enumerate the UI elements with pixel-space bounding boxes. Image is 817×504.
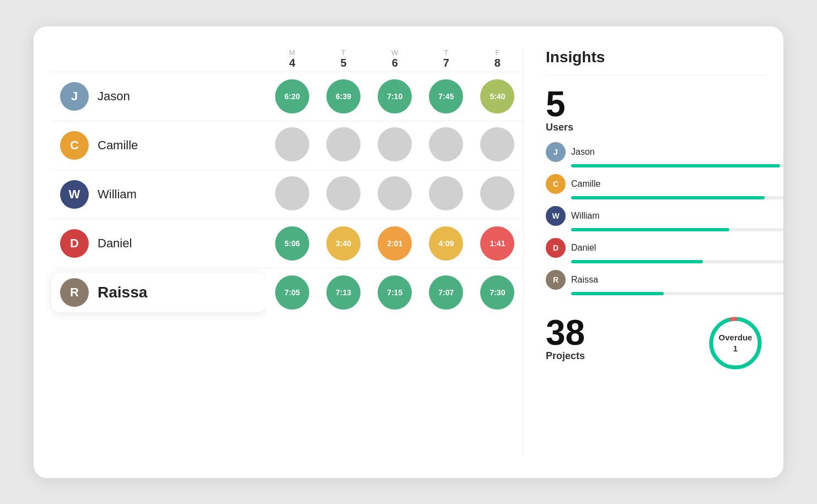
user-row-jason: JJason6:206:397:107:455:40 — [51, 72, 523, 121]
bar-header-william: WWilliam — [546, 206, 766, 226]
projects-row: 38 Projects Overdue 1 — [546, 313, 766, 373]
time-cell-jason-3: 7:45 — [421, 72, 472, 121]
time-cell-raissa-1: 7:13 — [318, 268, 369, 317]
bar-name-camille: Camille — [571, 179, 600, 189]
user-name-william: William — [98, 187, 137, 202]
time-cell-william-1 — [318, 170, 369, 219]
time-bubble-daniel-0: 5:06 — [275, 226, 309, 261]
time-bubble-william-3 — [429, 176, 463, 210]
schedule-table: M4T5W6T7F8 JJason6:206:397:107:455:40CCa… — [51, 48, 523, 317]
avatar-raissa: R — [60, 278, 89, 307]
time-bubble-jason-4: 5:40 — [480, 79, 514, 113]
bar-name-daniel: Daniel — [571, 243, 596, 253]
bar-track-daniel — [571, 260, 783, 263]
time-cell-daniel-0: 5:06 — [266, 219, 318, 268]
time-bubble-daniel-3: 4:09 — [429, 226, 463, 261]
time-cell-daniel-3: 4:09 — [421, 219, 472, 268]
user-cell-camille[interactable]: CCamille — [51, 121, 266, 170]
time-cell-jason-0: 6:20 — [266, 72, 318, 121]
day-header-7: T7 — [421, 48, 472, 72]
avatar-william: W — [60, 180, 89, 209]
time-cell-jason-4: 5:40 — [472, 72, 523, 121]
bar-fill-william — [571, 228, 729, 231]
bar-fill-raissa — [571, 292, 664, 295]
time-cell-daniel-1: 3:40 — [318, 219, 369, 268]
user-row-camille: CCamille — [51, 121, 523, 170]
avatar-camille: C — [60, 131, 89, 160]
time-cell-raissa-0: 7:05 — [266, 268, 318, 317]
time-cell-jason-2: 7:10 — [369, 72, 421, 121]
time-bubble-camille-0 — [275, 127, 309, 161]
small-avatar-raissa: R — [546, 270, 566, 290]
bar-header-daniel: DDaniel — [546, 238, 766, 258]
time-bubble-jason-3: 7:45 — [429, 79, 463, 113]
user-row-raissa: RRaissa7:057:137:157:077:30 — [51, 268, 523, 317]
time-cell-raissa-3: 7:07 — [421, 268, 472, 317]
donut-overdue-num: 1 — [733, 344, 738, 353]
small-avatar-camille: C — [546, 174, 566, 194]
bar-track-camille — [571, 196, 783, 199]
day-header-6: W6 — [369, 48, 421, 72]
small-avatar-jason: J — [546, 142, 566, 162]
time-cell-daniel-4: 1:41 — [472, 219, 523, 268]
time-cell-jason-1: 6:39 — [318, 72, 369, 121]
bar-item-daniel: DDaniel — [546, 238, 766, 263]
bar-name-raissa: Raissa — [571, 275, 598, 285]
time-cell-camille-2 — [369, 121, 421, 170]
time-bubble-daniel-2: 2:01 — [378, 226, 412, 261]
bar-item-raissa: RRaissa — [546, 270, 766, 295]
avatar-jason: J — [60, 82, 89, 111]
user-row-william: WWilliam — [51, 170, 523, 219]
day-header-5: T5 — [318, 48, 369, 72]
bar-header-jason: JJason — [546, 142, 766, 162]
insights-divider — [546, 75, 766, 75]
bar-fill-camille — [571, 196, 765, 199]
donut-overdue-text: Overdue — [719, 333, 752, 342]
time-bubble-daniel-1: 3:40 — [326, 226, 361, 261]
bar-track-raissa — [571, 292, 783, 295]
avatar-daniel: D — [60, 229, 89, 258]
time-bubble-jason-2: 7:10 — [378, 79, 412, 113]
time-cell-daniel-2: 2:01 — [369, 219, 421, 268]
time-bubble-camille-2 — [378, 127, 412, 161]
time-cell-camille-1 — [318, 121, 369, 170]
time-bubble-raissa-4: 7:30 — [480, 275, 514, 310]
users-label: Users — [546, 122, 766, 133]
bar-track-jason — [571, 164, 783, 167]
bar-fill-jason — [571, 164, 780, 167]
user-cell-jason[interactable]: JJason — [51, 72, 266, 121]
time-bubble-william-2 — [378, 176, 412, 210]
bar-item-jason: JJason — [546, 142, 766, 167]
time-bubble-daniel-4: 1:41 — [480, 226, 514, 261]
time-bubble-camille-1 — [326, 127, 361, 161]
bar-header-camille: CCamille — [546, 174, 766, 194]
time-cell-william-0 — [266, 170, 318, 219]
user-cell-william[interactable]: WWilliam — [51, 170, 266, 219]
projects-left: 38 Projects — [546, 315, 585, 371]
time-bubble-raissa-2: 7:15 — [378, 275, 412, 310]
time-bubble-william-4 — [480, 176, 514, 210]
small-avatar-william: W — [546, 206, 566, 226]
time-cell-raissa-2: 7:15 — [369, 268, 421, 317]
bar-name-jason: Jason — [571, 147, 595, 157]
time-cell-camille-3 — [421, 121, 472, 170]
user-row-daniel: DDaniel5:063:402:014:091:41 — [51, 219, 523, 268]
donut-label: Overdue 1 — [719, 332, 752, 354]
user-cell-daniel[interactable]: DDaniel — [51, 219, 266, 268]
donut-container: Overdue 1 — [705, 313, 766, 373]
day-header-4: M4 — [266, 48, 318, 72]
bar-item-william: WWilliam — [546, 206, 766, 231]
time-bubble-jason-0: 6:20 — [275, 79, 309, 113]
bar-item-camille: CCamille — [546, 174, 766, 199]
projects-label: Projects — [546, 350, 585, 362]
time-bubble-raissa-1: 7:13 — [326, 275, 361, 310]
time-bubble-jason-1: 6:39 — [326, 79, 361, 113]
time-bubble-camille-3 — [429, 127, 463, 161]
bar-track-william — [571, 228, 783, 231]
user-name-camille: Camille — [98, 138, 138, 153]
user-cell-raissa[interactable]: RRaissa — [51, 268, 266, 317]
day-header-8: F8 — [472, 48, 523, 72]
time-cell-camille-4 — [472, 121, 523, 170]
time-bubble-william-0 — [275, 176, 309, 210]
bar-header-raissa: RRaissa — [546, 270, 766, 290]
